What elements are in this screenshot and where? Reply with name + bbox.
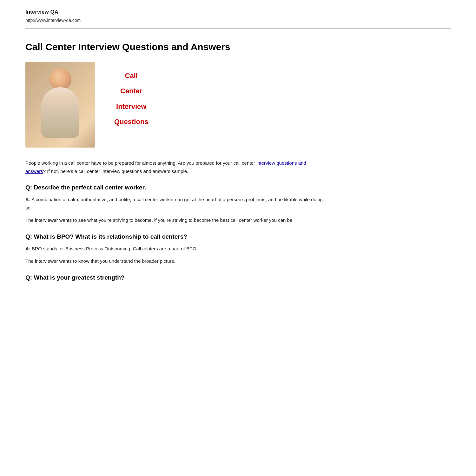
- intro-section: Call Center Interview Questions: [25, 62, 324, 148]
- answer-1: A: A combination of calm, authoritative,…: [25, 195, 324, 212]
- caption-word-questions: Questions: [114, 114, 149, 129]
- page-title: Call Center Interview Questions and Answ…: [25, 42, 324, 52]
- site-url: http://www.interview-qa.com: [25, 18, 451, 23]
- intro-paragraph: People working in a call center have to …: [25, 159, 324, 175]
- question-3: Q: What is your greatest strength?: [25, 274, 324, 281]
- caption-word-center: Center: [120, 83, 142, 99]
- question-2: Q: What is BPO? What is its relationship…: [25, 233, 324, 240]
- follow-up-1: The interviewer wants to see what you’re…: [25, 216, 324, 224]
- intro-text-after: ? If not, here’s a call center interview…: [43, 169, 188, 174]
- caption-word-call: Call: [125, 68, 138, 83]
- qa-item-1: Q: Describe the perfect call center work…: [25, 184, 324, 224]
- answer-label-2: A:: [25, 246, 30, 251]
- answer-label-1: A:: [25, 197, 30, 202]
- intro-text-before: People working in a call center have to …: [25, 160, 256, 166]
- question-1: Q: Describe the perfect call center work…: [25, 184, 324, 191]
- answer-2: A: BPO stands for Business Process Outso…: [25, 245, 324, 253]
- answer-body-2: BPO stands for Business Process Outsourc…: [30, 246, 198, 251]
- caption-word-interview: Interview: [116, 99, 146, 114]
- follow-up-2: The interviewer wants to know that you u…: [25, 257, 324, 265]
- qa-item-3: Q: What is your greatest strength?: [25, 274, 324, 281]
- main-content: Call Center Interview Questions and Answ…: [0, 29, 349, 309]
- page-header: Interview QA http://www.interview-qa.com: [0, 0, 476, 29]
- answer-body-1: A combination of calm, authoritative, an…: [25, 197, 323, 210]
- qa-item-2: Q: What is BPO? What is its relationship…: [25, 233, 324, 265]
- call-center-image: [25, 62, 95, 148]
- site-title: Interview QA: [25, 9, 451, 15]
- image-caption: Call Center Interview Questions: [114, 62, 149, 130]
